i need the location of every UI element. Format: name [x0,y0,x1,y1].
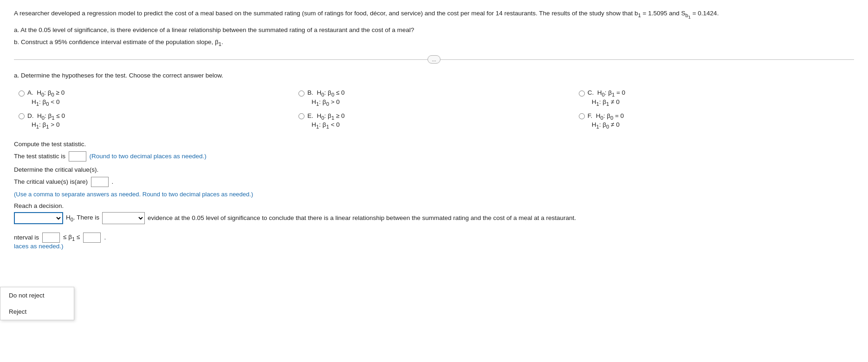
sub-question-b: b. Construct a 95% confidence interval e… [14,37,854,49]
test-statistic-label: The test statistic is [14,152,65,159]
compute-title: Compute the test statistic. [14,141,854,148]
option-A-row[interactable]: A. H0: β0 ≥ 0 [19,89,294,97]
option-E: E. H0: β1 ≥ 0 H1: β1 < 0 [294,110,574,132]
test-statistic-row: The test statistic is (Round to two deci… [14,151,854,162]
option-D-row[interactable]: D. H0: β1 ≤ 0 [19,112,294,121]
critical-title: Determine the critical value(s). [14,166,854,173]
radio-A[interactable] [19,90,25,97]
radio-F[interactable] [579,113,585,119]
decision-suffix: evidence at the 0.05 level of significan… [148,214,576,221]
h0-label: H0. There is [66,214,99,222]
sub-questions: a. At the 0.05 level of significance, is… [14,25,854,49]
compute-section: Compute the test statistic. The test sta… [14,141,854,162]
radio-D[interactable] [19,113,25,119]
option-D: D. H0: β1 ≤ 0 H1: β1 > 0 [14,110,294,132]
option-A-h1: H1: β0 < 0 [19,98,294,107]
part-b-beta-label: ≤ β1 ≤ [63,233,80,242]
option-B-row[interactable]: B. H0: β0 ≤ 0 [298,89,574,97]
option-D-h1: H1: β1 > 0 [19,121,294,129]
reject-dropdown[interactable]: Do not reject Reject [14,212,63,224]
option-D-label: D. H0: β1 ≤ 0 [27,112,65,121]
section-a-title: a. Determine the hypotheses for the test… [14,72,854,79]
critical-value-input[interactable] [91,177,109,187]
dropdown-item-do-not-reject[interactable]: Do not reject [0,287,74,304]
option-F-h1: H1: β0 ≠ 0 [579,121,854,129]
part-b-upper-input[interactable] [83,233,101,243]
test-statistic-input[interactable] [69,151,86,162]
part-b-note: laces as needed.) [14,243,854,250]
test-statistic-note: (Round to two decimal places as needed.) [90,152,207,159]
divider-row: ... [14,55,854,64]
part-b-dot: . [104,234,106,241]
option-C-row[interactable]: C. H0: β1 = 0 [579,89,854,97]
critical-value-note: . [112,178,114,185]
evidence-dropdown[interactable]: sufficient insufficient [102,212,145,224]
part-b-section: nterval is ≤ β1 ≤ . laces as needed.) [14,233,854,250]
critical-value-row: The critical value(s) is(are) . [14,177,854,187]
option-C: C. H0: β1 = 0 H1: β1 ≠ 0 [574,86,854,109]
part-b-interval-label: nterval is [14,234,39,241]
radio-E[interactable] [298,113,304,119]
reach-decision-title: Reach a decision. [14,202,854,209]
critical-note: (Use a comma to separate answers as need… [14,191,854,198]
dropdown-overlay: Do not reject Reject [0,287,74,320]
option-F-label: F. H0: β0 = 0 [588,112,624,121]
decision-row: Do not reject Reject H0. There is suffic… [14,212,854,224]
critical-value-label: The critical value(s) is(are) [14,178,88,185]
part-b-lower-input[interactable] [42,233,60,243]
radio-C[interactable] [579,90,585,97]
option-E-row[interactable]: E. H0: β1 ≥ 0 [298,112,574,121]
divider-line-right [440,59,854,60]
ellipsis-button[interactable]: ... [428,55,440,64]
dropdown-item-reject[interactable]: Reject [0,304,74,320]
option-F-row[interactable]: F. H0: β0 = 0 [579,112,854,121]
option-C-h1: H1: β1 ≠ 0 [579,98,854,107]
reach-decision-section: Reach a decision. Do not reject Reject H… [14,202,854,224]
option-B: B. H0: β0 ≤ 0 H1: β0 > 0 [294,86,574,109]
option-E-h1: H1: β1 < 0 [298,121,574,129]
option-A-label: A. H0: β0 ≥ 0 [27,89,65,97]
intro-paragraph: A researcher developed a regression mode… [14,8,854,21]
part-b-row: nterval is ≤ β1 ≤ . [14,233,854,243]
option-B-label: B. H0: β0 ≤ 0 [307,89,344,97]
sub-question-a: a. At the 0.05 level of significance, is… [14,25,854,36]
option-A: A. H0: β0 ≥ 0 H1: β0 < 0 [14,86,294,109]
option-C-label: C. H0: β1 = 0 [588,89,625,97]
critical-section: Determine the critical value(s). The cri… [14,166,854,198]
option-B-h1: H1: β0 > 0 [298,98,574,107]
option-E-label: E. H0: β1 ≥ 0 [307,112,344,121]
option-F: F. H0: β0 = 0 H1: β0 ≠ 0 [574,110,854,132]
radio-B[interactable] [298,90,304,97]
hypothesis-options: A. H0: β0 ≥ 0 H1: β0 < 0 B. H0: β0 ≤ 0 H… [14,86,854,132]
divider-line-left [14,59,428,60]
